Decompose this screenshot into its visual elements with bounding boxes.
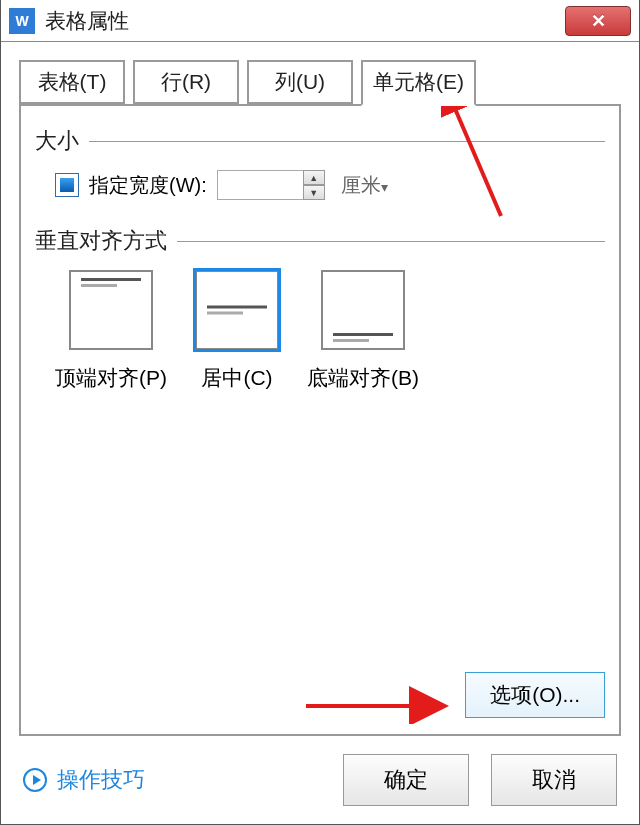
annotation-arrow-to-tab (441, 96, 521, 226)
dialog-title: 表格属性 (45, 7, 129, 35)
specify-width-label: 指定宽度(W): (89, 172, 207, 199)
divider (177, 241, 605, 242)
close-button[interactable] (565, 6, 631, 36)
valign-bottom-icon (321, 270, 405, 350)
tab-panel-cell: 大小 指定宽度(W): ▲ ▼ 厘米▾ 垂直对齐方式 (19, 104, 621, 736)
app-icon: W (9, 8, 35, 34)
valign-top-label: 顶端对齐(P) (55, 364, 167, 392)
group-size: 大小 (35, 126, 605, 156)
checkbox-checked-icon (60, 178, 74, 192)
valign-option-center[interactable]: 居中(C) (195, 270, 279, 392)
tab-cell[interactable]: 单元格(E) (361, 60, 476, 106)
valign-option-top[interactable]: 顶端对齐(P) (55, 270, 167, 392)
tab-row[interactable]: 行(R) (133, 60, 239, 104)
valign-options: 顶端对齐(P) 居中(C) 底端对齐(B) (35, 270, 605, 392)
group-valign-label: 垂直对齐方式 (35, 226, 167, 256)
group-size-label: 大小 (35, 126, 79, 156)
table-properties-dialog: W 表格属性 表格(T) 行(R) 列(U) 单元格(E) 大小 指定宽度(W)… (0, 0, 640, 825)
specify-width-row: 指定宽度(W): ▲ ▼ 厘米▾ (35, 170, 605, 200)
tips-link[interactable]: 操作技巧 (23, 765, 145, 795)
valign-bottom-label: 底端对齐(B) (307, 364, 419, 392)
options-button[interactable]: 选项(O)... (465, 672, 605, 718)
width-unit-dropdown[interactable]: 厘米▾ (341, 172, 388, 199)
valign-center-icon (195, 270, 279, 350)
tab-table[interactable]: 表格(T) (19, 60, 125, 104)
specify-width-checkbox[interactable] (55, 173, 79, 197)
spinner-down-icon[interactable]: ▼ (303, 185, 325, 200)
valign-option-bottom[interactable]: 底端对齐(B) (307, 270, 419, 392)
dialog-footer: 操作技巧 确定 取消 (1, 754, 639, 824)
annotation-arrow-to-options (301, 684, 451, 724)
width-spinner[interactable]: ▲ ▼ (217, 170, 325, 200)
tab-underline (19, 104, 621, 106)
cancel-button[interactable]: 取消 (491, 754, 617, 806)
valign-center-label: 居中(C) (201, 364, 272, 392)
tab-column[interactable]: 列(U) (247, 60, 353, 104)
group-valign: 垂直对齐方式 (35, 226, 605, 256)
tabrow: 表格(T) 行(R) 列(U) 单元格(E) (1, 42, 639, 104)
ok-button[interactable]: 确定 (343, 754, 469, 806)
divider (89, 141, 605, 142)
spinner-up-icon[interactable]: ▲ (303, 170, 325, 185)
valign-top-icon (69, 270, 153, 350)
tips-label: 操作技巧 (57, 765, 145, 795)
width-input[interactable] (217, 170, 303, 200)
play-circle-icon (23, 768, 47, 792)
titlebar: W 表格属性 (1, 0, 639, 42)
